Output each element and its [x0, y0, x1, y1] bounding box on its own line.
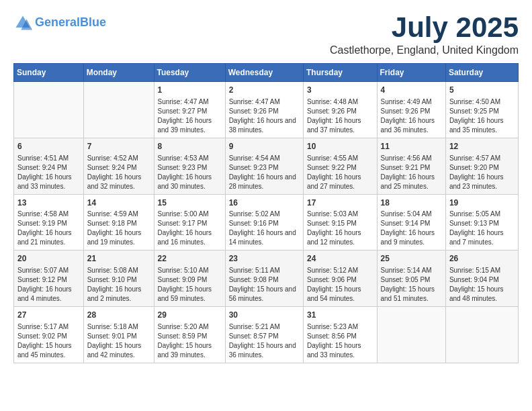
calendar-cell: 24Sunrise: 5:12 AMSunset: 9:06 PMDayligh…: [303, 250, 377, 307]
daylight-text: Daylight: 16 hours and 36 minutes.: [381, 117, 435, 134]
sunset-text: Sunset: 9:05 PM: [381, 276, 431, 283]
calendar-cell: 26Sunrise: 5:15 AMSunset: 9:04 PMDayligh…: [445, 250, 518, 307]
daylight-text: Daylight: 15 hours and 54 minutes.: [307, 285, 361, 302]
header: GeneralBlue July 2025 Castlethorpe, Engl…: [13, 13, 519, 56]
day-number: 14: [87, 197, 150, 209]
calendar-cell: [14, 82, 84, 138]
calendar-header-row: SundayMondayTuesdayWednesdayThursdayFrid…: [14, 64, 519, 82]
daylight-text: Daylight: 16 hours and 12 minutes.: [307, 229, 361, 246]
calendar-cell: 16Sunrise: 5:02 AMSunset: 9:16 PMDayligh…: [225, 194, 303, 250]
calendar-cell: [445, 307, 518, 363]
calendar-cell: 10Sunrise: 4:55 AMSunset: 9:22 PMDayligh…: [303, 138, 377, 194]
day-number: 18: [381, 197, 442, 209]
daylight-text: Daylight: 16 hours and 38 minutes.: [229, 117, 296, 134]
sunrise-text: Sunrise: 5:17 AM: [17, 323, 69, 330]
day-number: 23: [229, 253, 300, 265]
daylight-text: Daylight: 15 hours and 51 minutes.: [381, 285, 435, 302]
calendar-week-row: 6Sunrise: 4:51 AMSunset: 9:24 PMDaylight…: [14, 138, 519, 194]
sunrise-text: Sunrise: 4:58 AM: [17, 210, 69, 218]
calendar-cell: 8Sunrise: 4:53 AMSunset: 9:23 PMDaylight…: [154, 138, 225, 194]
sunrise-text: Sunrise: 4:55 AM: [307, 154, 358, 162]
sunset-text: Sunset: 9:26 PM: [229, 107, 279, 115]
daylight-text: Daylight: 15 hours and 33 minutes.: [307, 342, 361, 359]
daylight-text: Daylight: 15 hours and 45 minutes.: [17, 342, 72, 359]
title-area: July 2025 Castlethorpe, England, United …: [330, 13, 519, 56]
calendar-cell: 30Sunrise: 5:21 AMSunset: 8:57 PMDayligh…: [225, 307, 303, 363]
day-number: 2: [229, 85, 300, 96]
daylight-text: Daylight: 16 hours and 33 minutes.: [17, 173, 72, 190]
sunrise-text: Sunrise: 4:47 AM: [158, 98, 209, 105]
sunset-text: Sunset: 9:18 PM: [87, 220, 137, 227]
sunrise-text: Sunrise: 4:48 AM: [307, 98, 358, 105]
day-number: 16: [229, 197, 300, 209]
sunrise-text: Sunrise: 5:11 AM: [229, 267, 280, 274]
sunset-text: Sunset: 9:17 PM: [158, 220, 208, 227]
calendar-cell: 19Sunrise: 5:05 AMSunset: 9:13 PMDayligh…: [445, 194, 518, 250]
sunset-text: Sunset: 9:22 PM: [307, 164, 357, 171]
calendar-table: SundayMondayTuesdayWednesdayThursdayFrid…: [13, 63, 519, 363]
sunset-text: Sunset: 9:02 PM: [17, 332, 67, 340]
sunset-text: Sunset: 9:24 PM: [87, 164, 137, 171]
daylight-text: Daylight: 16 hours and 4 minutes.: [17, 285, 72, 302]
sunrise-text: Sunrise: 5:21 AM: [229, 323, 280, 330]
day-number: 10: [307, 141, 373, 152]
day-header-saturday: Saturday: [445, 64, 518, 82]
calendar-cell: [83, 82, 154, 138]
daylight-text: Daylight: 16 hours and 19 minutes.: [87, 229, 142, 246]
sunset-text: Sunset: 9:08 PM: [229, 276, 279, 283]
daylight-text: Daylight: 15 hours and 59 minutes.: [158, 285, 212, 302]
day-number: 25: [381, 253, 442, 265]
sunset-text: Sunset: 9:27 PM: [158, 107, 208, 115]
daylight-text: Daylight: 15 hours and 36 minutes.: [229, 342, 296, 359]
daylight-text: Daylight: 15 hours and 56 minutes.: [229, 285, 296, 302]
sunset-text: Sunset: 9:13 PM: [449, 220, 499, 227]
day-number: 19: [449, 197, 515, 209]
calendar-cell: 23Sunrise: 5:11 AMSunset: 9:08 PMDayligh…: [225, 250, 303, 307]
sunrise-text: Sunrise: 5:18 AM: [87, 323, 138, 330]
day-number: 26: [449, 253, 515, 265]
daylight-text: Daylight: 15 hours and 48 minutes.: [449, 285, 504, 302]
month-title: July 2025: [330, 13, 519, 42]
daylight-text: Daylight: 16 hours and 32 minutes.: [87, 173, 142, 190]
day-number: 3: [307, 85, 373, 96]
sunset-text: Sunset: 9:15 PM: [307, 220, 357, 227]
sunset-text: Sunset: 9:24 PM: [17, 164, 67, 171]
daylight-text: Daylight: 15 hours and 39 minutes.: [158, 342, 212, 359]
sunrise-text: Sunrise: 4:52 AM: [87, 154, 138, 162]
calendar-cell: 7Sunrise: 4:52 AMSunset: 9:24 PMDaylight…: [83, 138, 154, 194]
calendar-cell: 12Sunrise: 4:57 AMSunset: 9:20 PMDayligh…: [445, 138, 518, 194]
sunset-text: Sunset: 8:56 PM: [307, 332, 357, 340]
calendar-cell: 18Sunrise: 5:04 AMSunset: 9:14 PMDayligh…: [377, 194, 445, 250]
sunrise-text: Sunrise: 5:03 AM: [307, 210, 358, 218]
calendar-week-row: 20Sunrise: 5:07 AMSunset: 9:12 PMDayligh…: [14, 250, 519, 307]
daylight-text: Daylight: 16 hours and 2 minutes.: [87, 285, 142, 302]
daylight-text: Daylight: 16 hours and 14 minutes.: [229, 229, 296, 246]
day-number: 21: [87, 253, 150, 265]
sunset-text: Sunset: 9:21 PM: [381, 164, 431, 171]
calendar-cell: 27Sunrise: 5:17 AMSunset: 9:02 PMDayligh…: [14, 307, 84, 363]
calendar-cell: 5Sunrise: 4:50 AMSunset: 9:25 PMDaylight…: [445, 82, 518, 138]
calendar-cell: 9Sunrise: 4:54 AMSunset: 9:23 PMDaylight…: [225, 138, 303, 194]
sunrise-text: Sunrise: 4:59 AM: [87, 210, 138, 218]
daylight-text: Daylight: 16 hours and 35 minutes.: [449, 117, 504, 134]
sunset-text: Sunset: 8:59 PM: [158, 332, 208, 340]
day-header-friday: Friday: [377, 64, 445, 82]
calendar-cell: 31Sunrise: 5:23 AMSunset: 8:56 PMDayligh…: [303, 307, 377, 363]
sunset-text: Sunset: 9:26 PM: [381, 107, 431, 115]
day-header-thursday: Thursday: [303, 64, 377, 82]
calendar-cell: 21Sunrise: 5:08 AMSunset: 9:10 PMDayligh…: [83, 250, 154, 307]
day-number: 31: [307, 310, 373, 321]
sunset-text: Sunset: 9:01 PM: [87, 332, 137, 340]
day-number: 27: [17, 310, 80, 321]
logo-line2: Blue: [80, 15, 106, 29]
daylight-text: Daylight: 16 hours and 16 minutes.: [158, 229, 212, 246]
calendar-cell: 4Sunrise: 4:49 AMSunset: 9:26 PMDaylight…: [377, 82, 445, 138]
logo-icon: [13, 13, 32, 32]
day-header-sunday: Sunday: [14, 64, 84, 82]
calendar-cell: 1Sunrise: 4:47 AMSunset: 9:27 PMDaylight…: [154, 82, 225, 138]
sunrise-text: Sunrise: 5:00 AM: [158, 210, 209, 218]
sunrise-text: Sunrise: 5:20 AM: [158, 323, 209, 330]
day-number: 4: [381, 85, 442, 96]
sunset-text: Sunset: 9:10 PM: [87, 276, 137, 283]
daylight-text: Daylight: 16 hours and 27 minutes.: [307, 173, 361, 190]
